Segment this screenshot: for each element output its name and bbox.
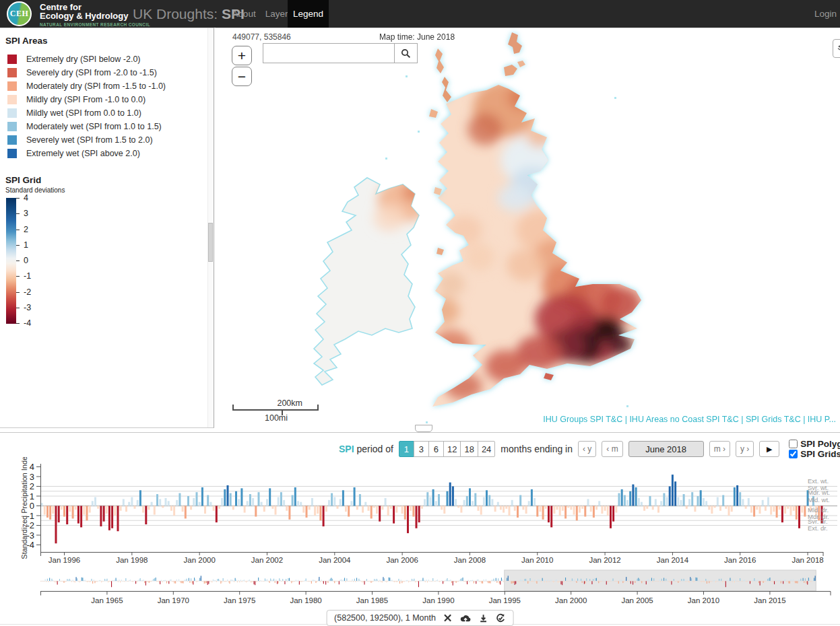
svg-text:Mdr. wt.: Mdr. wt. (808, 489, 830, 496)
colorbar-tick-label: -1 (24, 271, 31, 281)
next-year-button[interactable]: y › (736, 441, 754, 457)
close-icon[interactable] (443, 613, 453, 623)
spi-label: SPI (339, 444, 354, 454)
cloud-upload-icon[interactable] (460, 613, 472, 623)
search-button[interactable] (395, 43, 418, 63)
spi-timeseries-chart: 43210-1-2-3-4Standardized Precipitation … (0, 457, 840, 609)
page-title-prefix: UK Droughts: (133, 6, 218, 22)
svg-text:Jan 2004: Jan 2004 (319, 556, 351, 564)
legend-swatch (7, 55, 17, 64)
refresh-check-icon[interactable] (496, 613, 506, 623)
prev-month-button[interactable]: ‹ m (602, 441, 622, 457)
period-button-3[interactable]: 3 (414, 441, 429, 457)
colorbar-tick-label: 2 (24, 225, 28, 234)
svg-text:2: 2 (30, 481, 34, 491)
spi-areas-heading: SPI Areas (5, 36, 200, 46)
timeseries-panel: SPI period of 136121824 months ending in… (0, 432, 840, 625)
current-month-button[interactable]: June 2018 (628, 441, 704, 457)
period-button-1[interactable]: 1 (399, 441, 414, 457)
download-icon[interactable] (479, 613, 488, 623)
sidebar-scrollbar[interactable] (207, 28, 214, 427)
svg-text:Jan 1996: Jan 1996 (49, 556, 80, 564)
legend-label: Moderately dry (SPI from -1.5 to -1.0) (26, 81, 166, 91)
period-button-18[interactable]: 18 (460, 441, 478, 457)
legend-label: Mildly dry (SPI From -1.0 to 0.0) (26, 95, 146, 104)
period-button-24[interactable]: 24 (478, 441, 495, 457)
period-button-12[interactable]: 12 (443, 441, 461, 457)
selection-label: (582500, 192500), 1 Month (334, 613, 436, 623)
scale-mi-label: 100mi (265, 413, 288, 423)
svg-text:Jan 2005: Jan 2005 (621, 596, 653, 604)
svg-text:Jan 2010: Jan 2010 (688, 596, 719, 604)
legend-swatch (7, 108, 17, 118)
colorbar-tick-label: 3 (24, 209, 28, 218)
legend-item: Extremely wet (SPI above 2.0) (5, 147, 200, 160)
next-month-button[interactable]: m › (709, 441, 730, 457)
legend-item: Severely wet (SPI from 1.5 to 2.0) (5, 133, 200, 147)
map-canvas[interactable] (216, 28, 840, 428)
svg-text:Jan 2008: Jan 2008 (454, 556, 486, 564)
chart-controls: SPI period of 136121824 months ending in… (339, 439, 840, 459)
great-britain-landmass[interactable] (430, 81, 641, 407)
colorbar-tick-label: -4 (24, 318, 31, 328)
svg-text:0: 0 (30, 501, 34, 511)
svg-text:Jan 1975: Jan 1975 (224, 596, 255, 604)
svg-text:Jan 2000: Jan 2000 (555, 596, 587, 604)
legend-swatch (7, 122, 17, 131)
nav-tab-legend[interactable]: Legend (288, 0, 329, 28)
zoom-in-button[interactable]: + (232, 46, 252, 65)
colorbar-gradient (6, 198, 16, 324)
svg-text:Mld. wt.: Mld. wt. (808, 496, 830, 503)
svg-text:Jan 1970: Jan 1970 (158, 596, 189, 604)
login-link[interactable]: Login (814, 0, 837, 28)
legend-item: Mildly dry (SPI From -1.0 to 0.0) (5, 93, 200, 106)
legend-swatch (7, 68, 17, 77)
period-button-6[interactable]: 6 (428, 441, 444, 457)
spi-grid-heading: SPI Grid (5, 175, 200, 185)
svg-text:Jan 2006: Jan 2006 (386, 556, 418, 564)
period-button-group: 136121824 (399, 441, 495, 457)
map-time-label: Map time: June 2018 (379, 32, 455, 42)
spi-areas-list: Extremely dry (SPI below -2.0)Severely d… (5, 53, 200, 160)
colorbar-tick-label: -2 (24, 287, 31, 297)
legend-label: Severely wet (SPI from 1.5 to 2.0) (26, 135, 153, 145)
ceh-logo-icon: CEH (7, 1, 32, 26)
layer-switcher-button[interactable] (833, 39, 840, 58)
selection-toolbar: (582500, 192500), 1 Month (326, 610, 514, 626)
ireland-landmass[interactable] (314, 178, 431, 385)
svg-text:Jan 1990: Jan 1990 (422, 596, 454, 604)
svg-text:Jan 2018: Jan 2018 (791, 556, 823, 564)
svg-text:Jan 1995: Jan 1995 (489, 596, 521, 604)
sidebar-scrollbar-thumb[interactable] (208, 223, 213, 262)
legend-swatch (7, 81, 17, 91)
svg-text:3: 3 (30, 472, 34, 482)
colorbar-tick-label: 4 (24, 193, 28, 203)
svg-text:4: 4 (30, 462, 34, 472)
legend-swatch (7, 149, 17, 158)
svg-text:Jan 2016: Jan 2016 (724, 556, 756, 564)
zoom-out-button[interactable]: − (232, 67, 252, 86)
svg-text:Jan 2015: Jan 2015 (754, 596, 785, 604)
legend-label: Extremely wet (SPI above 2.0) (26, 149, 140, 158)
legend-label: Severely dry (SPI from -2.0 to -1.5) (26, 68, 157, 77)
legend-label: Moderately wet (SPI from 1.0 to 1.5) (26, 122, 162, 131)
svg-text:Ext. dr.: Ext. dr. (808, 524, 828, 532)
legend-item: Extremely dry (SPI below -2.0) (5, 53, 200, 66)
scale-km-label: 200km (277, 398, 302, 408)
svg-text:Jan 2012: Jan 2012 (589, 556, 620, 564)
play-animation-button[interactable]: ▶ (759, 441, 779, 457)
svg-text:1: 1 (30, 491, 34, 501)
attribution-links[interactable]: IHU Groups SPI T&C | IHU Areas no Coast … (543, 415, 836, 424)
legend-sidebar: SPI Areas Extremely dry (SPI below -2.0)… (0, 28, 214, 428)
scale-line (232, 409, 319, 411)
svg-text:Jan 1965: Jan 1965 (91, 596, 123, 604)
checkbox-spi-polygon[interactable]: SPI Polygon (789, 439, 840, 449)
legend-item: Moderately wet (SPI from 1.0 to 1.5) (5, 120, 200, 133)
prev-year-button[interactable]: ‹ y (578, 441, 596, 457)
nav-tab-about[interactable]: About (224, 0, 264, 28)
search-input[interactable] (263, 43, 395, 63)
panel-collapse-handle[interactable] (415, 425, 432, 432)
svg-text:Jan 1985: Jan 1985 (356, 596, 388, 604)
search-icon (401, 48, 411, 59)
map-area[interactable]: 449077, 535846 Map time: June 2018 + − 2… (216, 28, 840, 428)
